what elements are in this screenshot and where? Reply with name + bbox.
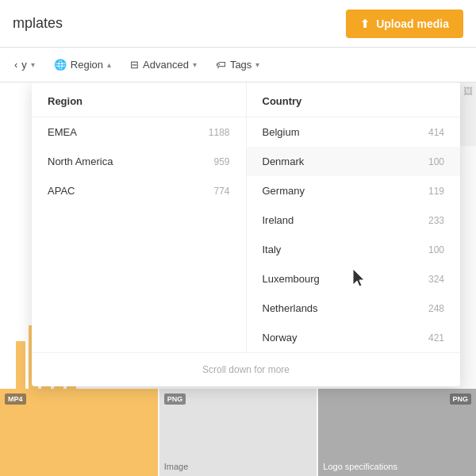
country-name-ireland: Ireland [263,214,294,226]
country-name-denmark: Denmark [263,155,305,167]
country-item-ireland[interactable]: Ireland 233 [247,205,461,235]
region-dropdown: Region EMEA 1188 North America 959 APAC … [32,83,460,386]
country-column: Country Belgium 414 Denmark 100 Germany … [247,83,461,352]
region-col-header: Region [32,83,246,117]
country-count-germany: 119 [428,186,444,197]
chevron-down-icon: ▾ [31,60,35,69]
region-count-emea: 1188 [209,127,230,138]
scroll-hint: Scroll down for more [202,364,290,375]
country-count-ireland: 233 [428,215,444,226]
filter-icon: ⊟ [130,59,139,71]
country-item-netherlands[interactable]: Netherlands 248 [247,294,461,323]
country-count-netherlands: 248 [428,303,444,314]
region-name-emea: EMEA [48,126,77,138]
globe-icon: 🌐 [54,59,67,71]
region-item-north-america[interactable]: North America 959 [32,147,246,176]
country-count-denmark: 100 [428,156,444,167]
region-item-emea[interactable]: EMEA 1188 [32,117,246,147]
country-name-netherlands: Netherlands [263,302,318,314]
tags-button[interactable]: 🏷 Tags ▾ [208,54,267,75]
country-item-belgium[interactable]: Belgium 414 [247,117,461,147]
region-button[interactable]: 🌐 Region ▴ [46,54,119,75]
country-item-denmark[interactable]: Denmark 100 [247,147,461,176]
region-column: Region EMEA 1188 North America 959 APAC … [32,83,247,352]
region-count-north-america: 959 [213,156,229,167]
toolbar: ‹ y ▾ 🌐 Region ▴ ⊟ Advanced ▾ 🏷 Tags ▾ [0,48,476,83]
header: mplates ⬆ Upload media [0,0,476,48]
region-item-apac[interactable]: APAC 774 [32,176,246,205]
country-count-luxembourg: 324 [428,274,444,285]
filter-button[interactable]: ‹ y ▾ [6,54,43,75]
upload-icon: ⬆ [360,17,370,30]
country-count-italy: 100 [428,244,444,255]
dropdown-footer: Scroll down for more [32,352,460,386]
region-chevron-up-icon: ▴ [107,60,111,69]
upload-media-button[interactable]: ⬆ Upload media [346,10,463,38]
region-name-apac: APAC [48,185,75,197]
country-item-italy[interactable]: Italy 100 [247,235,461,264]
country-col-header: Country [247,83,461,117]
country-name-belgium: Belgium [263,126,300,138]
region-label: Region [71,59,103,71]
advanced-chevron-icon: ▾ [193,60,197,69]
country-item-germany[interactable]: Germany 119 [247,176,461,205]
tag-icon: 🏷 [216,59,226,71]
region-count-apac: 774 [213,186,229,197]
dropdown-columns: Region EMEA 1188 North America 959 APAC … [32,83,460,352]
country-name-luxembourg: Luxembourg [263,273,320,285]
tags-label: Tags [230,59,251,71]
advanced-button[interactable]: ⊟ Advanced ▾ [122,54,205,75]
country-name-norway: Norway [263,332,298,344]
chevron-left-icon: ‹ [14,59,17,71]
upload-label: Upload media [376,17,449,30]
country-item-luxembourg[interactable]: Luxembourg 324 [247,264,461,294]
country-item-norway[interactable]: Norway 421 [247,323,461,352]
country-count-belgium: 414 [428,127,444,138]
main-content: Fin ontal ity Inte 🖼 MP4 PNG Image PNG [0,83,476,476]
page-title: mplates [13,15,63,32]
advanced-label: Advanced [143,59,189,71]
tags-chevron-icon: ▾ [255,60,259,69]
country-name-germany: Germany [263,185,305,197]
country-count-norway: 421 [428,332,444,344]
region-name-north-america: North America [48,155,113,167]
country-name-italy: Italy [263,244,282,255]
